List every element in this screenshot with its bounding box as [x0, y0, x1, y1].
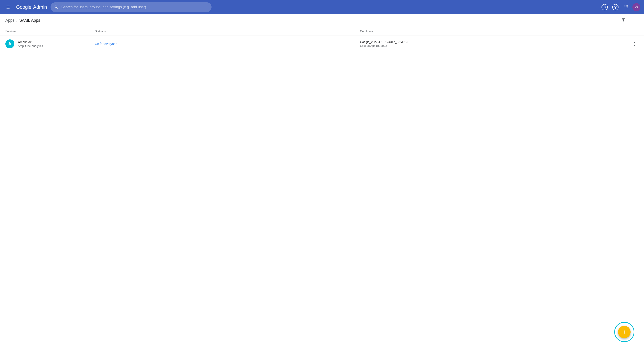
app-name: Amplitude: [18, 40, 43, 44]
breadcrumb: Apps › SAML Apps: [5, 18, 40, 23]
menu-button[interactable]: ☰: [4, 3, 12, 12]
breadcrumb-bar: Apps › SAML Apps ⋮: [0, 14, 644, 27]
filter-button[interactable]: [619, 16, 628, 25]
cert-name: Google_2022-4-18-124347_SAML2.0: [360, 40, 625, 44]
column-services: Services: [5, 30, 95, 33]
search-bar: [50, 2, 212, 12]
table-row: A Amplitude Amplitude analytics On for e…: [0, 36, 644, 52]
notifications-icon: 8: [602, 4, 608, 10]
logo-google-text: Google: [16, 4, 31, 10]
more-options-button[interactable]: ⋮: [630, 16, 639, 25]
status-link[interactable]: On for everyone: [95, 42, 117, 46]
breadcrumb-actions: ⋮: [619, 16, 639, 25]
row-actions: ⋮: [625, 40, 639, 48]
app-header: ☰ Google Admin 8 ? W: [0, 0, 644, 14]
hamburger-icon: ☰: [6, 5, 10, 10]
logo-link[interactable]: Google Admin: [16, 4, 47, 10]
header-actions: 8 ? W: [600, 3, 640, 12]
filter-icon: [621, 18, 626, 23]
breadcrumb-apps-link[interactable]: Apps: [5, 18, 14, 23]
grid-icon: [624, 5, 628, 10]
notifications-button[interactable]: 8: [600, 3, 609, 12]
app-description: Amplitude analytics: [18, 44, 43, 48]
search-input[interactable]: [61, 5, 208, 9]
help-button[interactable]: ?: [611, 3, 620, 12]
logo-admin-text: Admin: [33, 4, 47, 10]
vertical-dots-icon: ⋮: [632, 18, 636, 23]
breadcrumb-separator: ›: [16, 19, 18, 23]
breadcrumb-current: SAML Apps: [19, 18, 40, 23]
row-more-button[interactable]: ⋮: [630, 40, 639, 48]
search-icon: [54, 5, 58, 10]
kebab-icon: ⋮: [632, 41, 636, 46]
user-avatar[interactable]: W: [632, 3, 640, 11]
table-header: Services Status ▲ Certificate: [0, 27, 644, 36]
app-info: Amplitude Amplitude analytics: [18, 40, 43, 48]
saml-apps-table: Services Status ▲ Certificate A Amplitud…: [0, 27, 644, 52]
google-apps-button[interactable]: [622, 3, 630, 12]
sort-arrow-icon: ▲: [104, 30, 106, 33]
column-status[interactable]: Status ▲: [95, 30, 360, 33]
service-cell: A Amplitude Amplitude analytics: [5, 39, 95, 48]
column-certificate: Certificate: [360, 30, 625, 33]
status-cell: On for everyone: [95, 42, 360, 46]
cert-expires: Expires Apr 18, 2022: [360, 44, 625, 48]
help-icon: ?: [612, 4, 618, 10]
certificate-cell: Google_2022-4-18-124347_SAML2.0 Expires …: [360, 40, 625, 48]
app-icon: A: [5, 39, 14, 48]
